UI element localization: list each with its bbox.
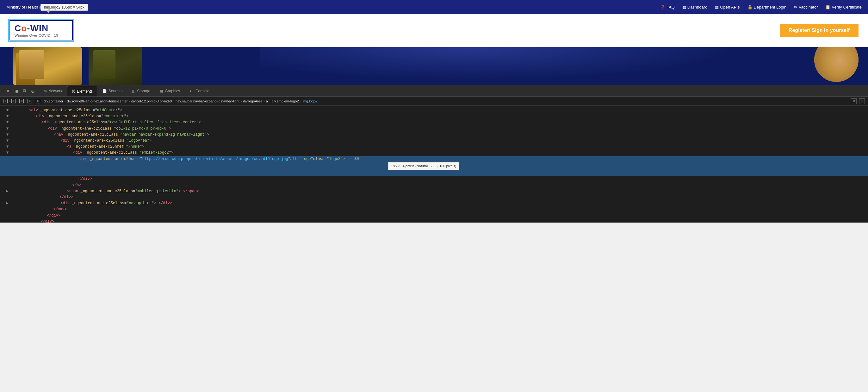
banner-content bbox=[0, 47, 868, 85]
tab-console[interactable]: >_ Console bbox=[185, 86, 214, 96]
devtools-controls: ✕ ▣ ⧉ ⊕ bbox=[3, 88, 39, 94]
code-line-13: ▶ <div _ngcontent-ane-c25 class="navigat… bbox=[0, 200, 868, 206]
code-line-12: </div> bbox=[0, 194, 868, 200]
tab-graphics[interactable]: ▦ Graphics bbox=[155, 86, 184, 96]
bc-actions: ⧉ 🖊 bbox=[851, 98, 865, 104]
logo-cowin: Co-WIN bbox=[14, 23, 49, 34]
hero-image-left bbox=[13, 47, 82, 85]
code-line-1: ▼ <div _ngcontent-ane-c25 class="midCent… bbox=[0, 107, 868, 113]
code-line-highlighted[interactable]: <img _ngcontent-ane-c25 src="https://pro… bbox=[0, 156, 868, 176]
dock-button[interactable]: ▣ bbox=[13, 88, 20, 94]
bc-e5[interactable]: E bbox=[36, 99, 40, 103]
sources-icon: 📄 bbox=[102, 89, 107, 93]
bc-nav[interactable]: nav.navbar.navbar-expand-lg.navbar-light bbox=[176, 99, 240, 103]
bc-sep6: › bbox=[65, 99, 66, 103]
bc-action-btn2[interactable]: 🖊 bbox=[859, 98, 865, 104]
code-line-4: ▼ <div _ngcontent-ane-c25 class="col-12 … bbox=[0, 126, 868, 132]
bc-sep9: › bbox=[241, 99, 242, 103]
faq-link[interactable]: ❓ FAQ bbox=[660, 5, 675, 9]
bc-sep2: › bbox=[17, 99, 18, 103]
nav-links: ❓ FAQ ▦ Dashboard ▦ Open APIs 🔒 Departme… bbox=[660, 5, 862, 9]
logo-area: Co-WIN Winning Over COVID - 19 bbox=[9, 20, 73, 40]
code-panel[interactable]: ▼ <div _ngcontent-ane-c25 class="midCent… bbox=[0, 106, 868, 223]
bc-e3[interactable]: E bbox=[19, 99, 24, 103]
bc-e1[interactable]: E bbox=[3, 99, 8, 103]
top-nav-bar: Ministry of Health and Family Welfare ❓ … bbox=[0, 0, 868, 14]
bc-sep1: › bbox=[9, 99, 10, 103]
hero-banner bbox=[0, 47, 868, 85]
code-line-10: </a> bbox=[0, 183, 868, 188]
tab-sources[interactable]: 📄 Sources bbox=[98, 86, 127, 96]
dept-login-link[interactable]: 🔒 Department Login bbox=[747, 5, 786, 9]
tab-network[interactable]: ⊕ Network bbox=[39, 86, 67, 96]
bc-sep3: › bbox=[25, 99, 26, 103]
open-apis-link[interactable]: ▦ Open APIs bbox=[715, 5, 740, 9]
code-line-3: ▼ <div _ngcontent-ane-c25 class="row lef… bbox=[0, 120, 868, 126]
dashboard-link[interactable]: ▦ Dashboard bbox=[682, 5, 708, 9]
pixel-tooltip: 185 × 54 pixels (Natural: 553 × 160 pixe… bbox=[388, 162, 459, 170]
close-devtools-button[interactable]: ✕ bbox=[5, 88, 11, 94]
bc-div-row[interactable]: div.row.leftPart.d-flex.align-items-cent… bbox=[67, 99, 128, 103]
bc-div-emblem[interactable]: div.emblem-logo2 bbox=[272, 99, 299, 103]
img-size-tooltip: img.logo2 185px × 54px bbox=[40, 4, 88, 11]
bc-sep8: › bbox=[173, 99, 174, 103]
code-line-7: ▼ <a _ngcontent-ane-c25 href="/home"> bbox=[0, 144, 868, 150]
bc-sep7: › bbox=[129, 99, 130, 103]
code-line-8: ▼ <div _ngcontent-ane-c25 class="emblem-… bbox=[0, 150, 868, 156]
logo-box: Co-WIN Winning Over COVID - 19 bbox=[9, 20, 73, 40]
bc-sep5: › bbox=[41, 99, 43, 103]
code-line-6: ▼ <div _ngcontent-ane-c25 class="logoAre… bbox=[0, 138, 868, 144]
hero-image-middle bbox=[89, 47, 142, 85]
code-line-5: ▼ <nav _ngcontent-ane-c25 class="navbar … bbox=[0, 132, 868, 138]
graphics-icon: ▦ bbox=[160, 89, 163, 93]
bc-action-btn1[interactable]: ⧉ bbox=[851, 98, 857, 104]
logo-subtitle: Winning Over COVID - 19 bbox=[14, 34, 58, 37]
tab-elements[interactable]: ⟨/⟩ Elements bbox=[67, 86, 97, 96]
code-line-14: </nav> bbox=[0, 206, 868, 213]
bc-img-logo2[interactable]: img.logo2 bbox=[302, 99, 318, 103]
storage-icon: ◫ bbox=[132, 89, 135, 93]
hero-person-right bbox=[811, 47, 868, 85]
bc-sep10: › bbox=[264, 99, 265, 103]
tab-storage[interactable]: ◫ Storage bbox=[127, 86, 155, 96]
devtools-panel: ✕ ▣ ⧉ ⊕ ⊕ Network ⟨/⟩ Elements 📄 Sources… bbox=[0, 85, 868, 223]
elements-icon: ⟨/⟩ bbox=[72, 89, 75, 93]
code-line-9: </div> bbox=[0, 176, 868, 182]
logo-plus: o bbox=[21, 23, 27, 33]
bc-a[interactable]: a bbox=[266, 99, 268, 103]
breadcrumb-bar: E › E › E › E › E › div.container › div.… bbox=[0, 97, 868, 106]
devtools-tabs: ✕ ▣ ⧉ ⊕ ⊕ Network ⟨/⟩ Elements 📄 Sources… bbox=[0, 85, 868, 97]
network-icon: ⊕ bbox=[44, 89, 47, 93]
bc-div-container[interactable]: div.container bbox=[44, 99, 63, 103]
code-line-15: </div> bbox=[0, 213, 868, 219]
code-line-11: ▶ <span _ngcontent-ane-c25 class="mobile… bbox=[0, 188, 868, 194]
vaccinator-link[interactable]: ✏ Vaccinator bbox=[794, 5, 818, 9]
code-line-2: ▼ <div _ngcontent-ane-c25 class="contain… bbox=[0, 113, 868, 120]
bc-sep4: › bbox=[33, 99, 34, 103]
verify-cert-link[interactable]: 📋 Verify Certificate bbox=[825, 5, 862, 9]
register-button[interactable]: Register/ Sign In yourself bbox=[780, 24, 859, 37]
inspect-button[interactable]: ⊕ bbox=[30, 88, 36, 94]
bc-sep11: › bbox=[269, 99, 271, 103]
bc-sep12: › bbox=[300, 99, 302, 103]
bc-e4[interactable]: E bbox=[28, 99, 32, 103]
light-rays bbox=[260, 47, 781, 85]
console-icon: >_ bbox=[189, 89, 194, 93]
site-header: img.logo2 185px × 54px Co-WIN Winning Ov… bbox=[0, 14, 868, 47]
bc-div-col[interactable]: div.col-12.pl-md-0.pr-md-0 bbox=[131, 99, 172, 103]
bc-div-logo-area[interactable]: div.logoArea bbox=[243, 99, 262, 103]
bc-e2[interactable]: E bbox=[11, 99, 16, 103]
code-line-16: </div> bbox=[0, 219, 868, 223]
undock-button[interactable]: ⧉ bbox=[22, 88, 28, 94]
